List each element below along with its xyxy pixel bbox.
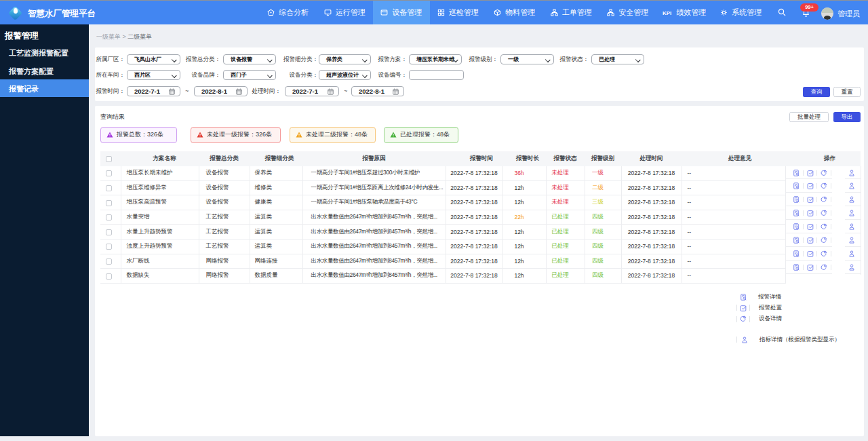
svg-text:KPI: KPI <box>663 9 671 16</box>
